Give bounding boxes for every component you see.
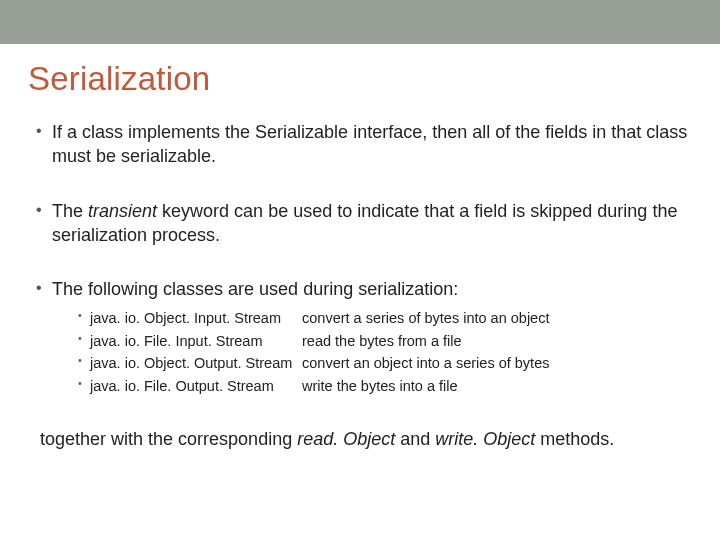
transient-keyword: transient	[88, 201, 157, 221]
bullet-3-text: The following classes are used during se…	[52, 279, 458, 299]
class-name-4: java. io. File. Output. Stream	[90, 375, 302, 397]
class-name-2: java. io. File. Input. Stream	[90, 330, 302, 352]
class-desc-1: convert a series of bytes into an object	[302, 307, 692, 329]
read-object: read. Object	[297, 429, 395, 449]
bullet-2-pre: The	[52, 201, 88, 221]
sub-bullet-1: java. io. Object. Input. Stream convert …	[78, 307, 692, 329]
trailer-pre: together with the corresponding	[40, 429, 297, 449]
class-desc-4: write the bytes into a file	[302, 375, 692, 397]
write-object: write. Object	[435, 429, 535, 449]
class-name-3: java. io. Object. Output. Stream	[90, 352, 302, 374]
sub-bullet-list: java. io. Object. Input. Stream convert …	[52, 307, 692, 397]
sub-bullet-4: java. io. File. Output. Stream write the…	[78, 375, 692, 397]
class-desc-2: read the bytes from a file	[302, 330, 692, 352]
trailer-post: methods.	[535, 429, 614, 449]
bullet-3: The following classes are used during se…	[36, 277, 692, 397]
trailer-mid: and	[395, 429, 435, 449]
main-bullet-list: If a class implements the Serializable i…	[28, 120, 692, 397]
bullet-1: If a class implements the Serializable i…	[36, 120, 692, 169]
class-name-1: java. io. Object. Input. Stream	[90, 307, 302, 329]
slide-content: Serialization If a class implements the …	[0, 44, 720, 452]
sub-bullet-3: java. io. Object. Output. Stream convert…	[78, 352, 692, 374]
sub-bullet-2: java. io. File. Input. Stream read the b…	[78, 330, 692, 352]
class-desc-3: convert an object into a series of bytes	[302, 352, 692, 374]
bullet-2: The transient keyword can be used to ind…	[36, 199, 692, 248]
slide-title: Serialization	[28, 60, 692, 98]
header-bar	[0, 0, 720, 44]
trailer-text: together with the corresponding read. Ob…	[28, 427, 692, 451]
